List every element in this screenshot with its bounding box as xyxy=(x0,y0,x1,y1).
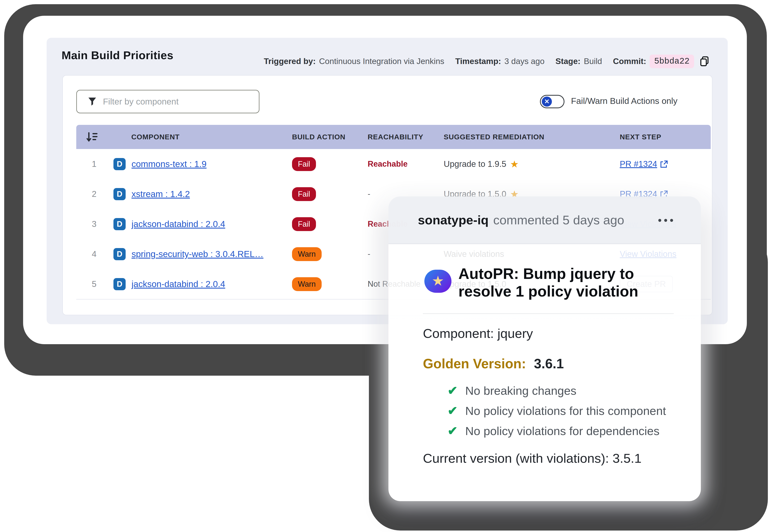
component-cell: D xstream : 1.4.2 xyxy=(113,179,190,209)
pr-link-label: PR #1324 xyxy=(620,159,657,169)
filter-funnel-icon xyxy=(88,97,97,106)
x-icon: ✕ xyxy=(544,98,549,105)
meta-timestamp: Timestamp: 3 days ago xyxy=(455,57,544,66)
copy-icon[interactable] xyxy=(699,56,710,67)
check-item: ✔ No policy violations for this componen… xyxy=(447,403,666,418)
fail-warn-toggle[interactable]: ✕ xyxy=(540,95,564,108)
autopr-star-icon: ★ xyxy=(424,270,451,293)
column-header-reachability: REACHABILITY xyxy=(368,125,423,149)
golden-star-icon: ★ xyxy=(510,158,519,170)
table-row: 1 D commons-text : 1.9 Fail Reachable Up… xyxy=(76,149,711,179)
warn-badge: Warn xyxy=(292,247,322,261)
row-number: 5 xyxy=(85,269,103,299)
component-cell: D jackson-databind : 2.0.4 xyxy=(113,269,225,299)
commit-hash-badge: 5bbda22 xyxy=(650,55,694,68)
column-header-build-action: BUILD ACTION xyxy=(292,125,345,149)
reachability-value: - xyxy=(368,250,370,259)
check-icon: ✔ xyxy=(447,384,458,397)
build-action-cell: Warn xyxy=(292,239,322,269)
fail-badge: Fail xyxy=(292,157,316,171)
check-item: ✔ No breaking changes xyxy=(447,383,576,398)
dependency-d-badge: D xyxy=(113,278,126,290)
check-icon: ✔ xyxy=(447,425,458,437)
meta-value: Continuous Integration via Jenkins xyxy=(319,57,444,66)
meta-label: Timestamp: xyxy=(455,57,501,66)
meta-triggered-by: Triggered by: Continuous Integration via… xyxy=(264,57,444,66)
illustration-canvas: Main Build Priorities Triggered by: Cont… xyxy=(0,0,771,532)
autopr-title: AutoPR: Bump jquery to resolve 1 policy … xyxy=(458,265,648,300)
component-cell: D commons-text : 1.9 xyxy=(113,149,207,179)
reachability-cell: - xyxy=(368,239,370,269)
meta-stage: Stage: Build xyxy=(555,57,602,66)
toggle-label: Fail/Warn Build Actions only xyxy=(571,96,678,106)
current-version-line: Current version (with violations): 3.5.1 xyxy=(423,451,642,466)
card-component-line: Component: jquery xyxy=(423,326,533,341)
meta-value: Build xyxy=(584,57,602,66)
golden-version-line: Golden Version: 3.6.1 xyxy=(423,356,564,371)
comment-timestamp: commented 5 days ago xyxy=(493,213,624,227)
filter-placeholder: Filter by component xyxy=(103,97,178,107)
column-header-component: COMPONENT xyxy=(131,125,179,149)
column-header-next-step: NEXT STEP xyxy=(620,125,661,149)
check-label: No policy violations for dependencies xyxy=(465,424,660,438)
component-cell: D jackson-databind : 2.0.4 xyxy=(113,209,225,239)
warn-badge: Warn xyxy=(292,277,322,291)
comment-card-header: sonatype-iq commented 5 days ago ••• xyxy=(388,196,701,244)
component-link[interactable]: commons-text : 1.9 xyxy=(131,159,207,169)
dependency-d-badge: D xyxy=(113,218,126,230)
pr-link[interactable]: PR #1324 xyxy=(620,159,668,169)
fail-badge: Fail xyxy=(292,187,316,201)
meta-label: Stage: xyxy=(555,57,581,66)
component-link[interactable]: jackson-databind : 2.0.4 xyxy=(131,219,225,229)
fail-badge: Fail xyxy=(292,217,316,231)
check-label: No breaking changes xyxy=(465,384,576,397)
check-icon: ✔ xyxy=(447,405,458,417)
component-cell: D spring-security-web : 3.0.4.REL… xyxy=(113,239,264,269)
filter-input[interactable]: Filter by component xyxy=(76,90,260,113)
comment-author: sonatype-iq xyxy=(418,213,489,227)
check-item: ✔ No policy violations for dependencies xyxy=(447,424,660,438)
check-label: No policy violations for this component xyxy=(465,404,666,418)
build-action-cell: Fail xyxy=(292,209,316,239)
row-number: 1 xyxy=(85,149,103,179)
page-title: Main Build Priorities xyxy=(62,49,173,62)
next-step-cell: PR #1324 xyxy=(620,149,668,179)
meta-value: 3 days ago xyxy=(504,57,544,66)
build-meta-row: Triggered by: Continuous Integration via… xyxy=(221,53,710,70)
external-link-icon xyxy=(659,160,668,169)
row-number: 3 xyxy=(85,209,103,239)
component-link[interactable]: xstream : 1.4.2 xyxy=(131,189,190,199)
component-link[interactable]: spring-security-web : 3.0.4.REL… xyxy=(131,249,264,259)
component-link[interactable]: jackson-databind : 2.0.4 xyxy=(131,279,225,289)
meta-commit: Commit: 5bbda22 xyxy=(613,55,710,68)
row-number: 2 xyxy=(85,179,103,209)
row-number: 4 xyxy=(85,239,103,269)
column-header-suggested-remediation: SUGGESTED REMEDIATION xyxy=(444,125,544,149)
card-divider xyxy=(423,313,674,314)
table-header-row: COMPONENT BUILD ACTION REACHABILITY SUGG… xyxy=(76,125,711,149)
kebab-menu-icon[interactable]: ••• xyxy=(658,215,676,226)
reachability-cell: Reachable xyxy=(368,149,408,179)
meta-label: Triggered by: xyxy=(264,57,316,66)
reachability-value: - xyxy=(368,190,370,199)
reachability-cell: - xyxy=(368,179,370,209)
golden-version-value: 3.6.1 xyxy=(534,356,564,371)
remediation-text: Upgrade to 1.9.5 xyxy=(444,159,506,169)
sort-icon[interactable] xyxy=(86,125,98,149)
meta-label: Commit: xyxy=(613,57,646,66)
golden-version-label: Golden Version: xyxy=(423,356,526,371)
remediation-cell: Upgrade to 1.9.5 ★ xyxy=(444,149,519,179)
build-action-cell: Fail xyxy=(292,149,316,179)
dependency-d-badge: D xyxy=(113,188,126,200)
dependency-d-badge: D xyxy=(113,248,126,260)
reachability-value: Reachable xyxy=(368,159,408,169)
star-glyph: ★ xyxy=(432,274,444,288)
build-action-cell: Warn xyxy=(292,269,322,299)
dependency-d-badge: D xyxy=(113,158,126,170)
toggle-knob-x-icon: ✕ xyxy=(542,97,552,107)
build-action-cell: Fail xyxy=(292,179,316,209)
